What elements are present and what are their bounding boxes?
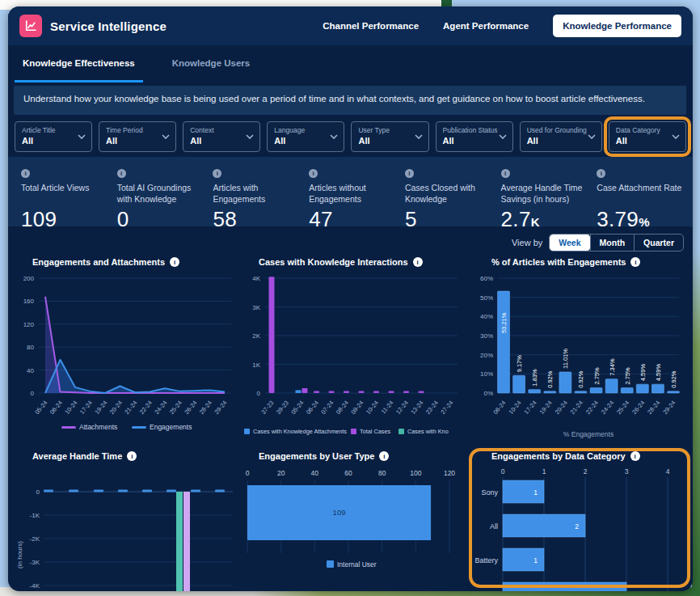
svg-text:25-24: 25-24 <box>615 399 630 416</box>
view-by-quarter[interactable]: Quarter <box>634 235 683 251</box>
svg-text:10-24: 10-24 <box>507 399 522 416</box>
svg-text:-1K: -1K <box>30 512 40 519</box>
subtab-bar: Knowledge EffectivenessKnowledge Users <box>8 45 693 82</box>
svg-text:% Engagements: % Engagements <box>563 430 614 438</box>
svg-text:80: 80 <box>27 344 34 351</box>
info-icon[interactable]: i <box>597 169 605 178</box>
info-icon[interactable]: i <box>379 451 389 461</box>
svg-text:Internal User: Internal User <box>337 560 377 569</box>
svg-text:0.92%: 0.92% <box>546 370 554 388</box>
chevron-down-icon <box>499 134 507 139</box>
svg-text:Attachments: Attachments <box>79 423 117 431</box>
chart-title: Engagements and Attachments <box>32 257 165 267</box>
info-icon[interactable]: i <box>127 451 137 461</box>
svg-text:1: 1 <box>542 467 546 476</box>
kpi-row: iTotal Article Views109iTotal AI Groundi… <box>8 157 693 226</box>
svg-text:-2K: -2K <box>30 535 40 543</box>
info-icon[interactable]: i <box>630 451 640 461</box>
svg-text:22-24: 22-24 <box>584 399 600 416</box>
chevron-down-icon <box>246 134 254 139</box>
svg-text:3: 3 <box>625 467 629 476</box>
svg-text:2K: 2K <box>252 332 260 340</box>
svg-text:Battery: Battery <box>474 556 498 564</box>
view-by-month[interactable]: Month <box>590 235 635 251</box>
kpi-articles-with-engagements: iArticles with Engagements58 <box>213 164 309 226</box>
svg-text:0: 0 <box>501 467 505 476</box>
svg-text:29-24: 29-24 <box>213 399 228 416</box>
chevron-down-icon <box>162 134 170 139</box>
svg-text:20%: 20% <box>480 352 493 359</box>
filter-time-period[interactable]: Time PeriodAll <box>99 121 176 152</box>
info-icon[interactable]: i <box>630 257 640 267</box>
svg-text:4K: 4K <box>252 275 260 282</box>
chart-plot: 01234Sony1All2Battery1 <box>474 464 685 591</box>
svg-text:19-24: 19-24 <box>538 399 554 416</box>
kpi-cases-closed-with-knowledge: iCases Closed with Knowledge5 <box>405 164 501 226</box>
info-icon[interactable]: i <box>117 169 126 178</box>
view-by-control: View by WeekMonthQuarter <box>512 234 684 252</box>
nav-agent-performance[interactable]: Agent Performance <box>443 21 529 31</box>
chart-title: Cases with Knowledge Interactions <box>259 257 408 267</box>
svg-text:2.75%: 2.75% <box>624 367 631 385</box>
svg-text:3K: 3K <box>252 304 260 311</box>
svg-text:4: 4 <box>666 467 670 476</box>
header-nav: Channel PerformanceAgent PerformanceKnow… <box>323 15 681 37</box>
filter-context[interactable]: ContextAll <box>183 121 260 152</box>
engagements-by-user-type-chart: Engagements by User Typei 02040608010012… <box>241 450 466 591</box>
svg-text:25-24: 25-24 <box>168 399 183 416</box>
svg-text:20-24: 20-24 <box>108 399 124 416</box>
svg-text:17-24: 17-24 <box>78 399 94 416</box>
info-icon[interactable]: i <box>170 257 179 267</box>
svg-text:60%: 60% <box>480 275 493 282</box>
svg-text:40: 40 <box>311 469 319 477</box>
chevron-down-icon <box>672 134 680 139</box>
filter-user-type[interactable]: User TypeAll <box>351 121 428 152</box>
svg-text:100: 100 <box>410 469 421 477</box>
filter-publication-status[interactable]: Publication StatusAll <box>436 121 513 152</box>
info-icon[interactable]: i <box>501 169 510 178</box>
app-header: Service Intelligence Channel Performance… <box>8 6 693 45</box>
svg-text:28-24: 28-24 <box>198 399 213 416</box>
svg-text:07-24: 07-24 <box>319 399 335 416</box>
filter-article-title[interactable]: Article TitleAll <box>15 121 92 152</box>
svg-text:4.59%: 4.59% <box>655 364 662 382</box>
info-icon[interactable]: i <box>21 169 30 178</box>
svg-text:0%: 0% <box>483 390 493 397</box>
svg-text:1.83%: 1.83% <box>531 369 538 387</box>
filter-data-category[interactable]: Data CategoryAll <box>609 121 686 152</box>
svg-text:Engagements: Engagements <box>150 423 192 431</box>
svg-text:7.34%: 7.34% <box>609 358 616 376</box>
tab-knowledge-users[interactable]: Knowledge Users <box>164 45 259 82</box>
svg-text:20: 20 <box>277 469 285 477</box>
svg-text:26-24: 26-24 <box>630 399 646 416</box>
filter-language[interactable]: LanguageAll <box>267 121 344 152</box>
info-icon[interactable]: i <box>309 169 318 178</box>
svg-text:1: 1 <box>533 488 538 497</box>
chart-plot: 01K2K3K4K37-2339-2305-2406-2407-2408-240… <box>241 270 466 443</box>
info-icon[interactable]: i <box>213 169 221 178</box>
info-icon[interactable]: i <box>413 257 423 267</box>
nav-channel-performance[interactable]: Channel Performance <box>323 21 419 31</box>
svg-text:0: 0 <box>246 469 250 477</box>
engagements-by-data-category-chart: Engagements by Data Categoryi 01234Sony1… <box>474 450 685 591</box>
svg-text:4.59%: 4.59% <box>639 364 647 382</box>
tab-knowledge-effectiveness[interactable]: Knowledge Effectiveness <box>15 45 143 82</box>
nav-knowledge-performance[interactable]: Knowledge Performance <box>553 15 681 37</box>
info-icon[interactable]: i <box>405 169 414 178</box>
svg-text:09-24: 09-24 <box>349 399 365 416</box>
svg-text:-4K: -4K <box>30 582 40 590</box>
svg-text:05-24: 05-24 <box>33 399 48 416</box>
svg-text:All: All <box>490 522 498 530</box>
svg-text:20-24: 20-24 <box>554 399 569 416</box>
svg-text:2: 2 <box>575 522 579 530</box>
chart-title: Average Handle Time <box>32 451 122 461</box>
svg-text:06-24: 06-24 <box>305 399 320 416</box>
desktop-background-right <box>692 0 700 596</box>
chart-title: % of Articles with Engagements <box>491 257 626 267</box>
chart-title: Engagements by User Type <box>259 451 374 461</box>
svg-text:10%: 10% <box>480 370 493 378</box>
chevron-down-icon <box>330 134 338 139</box>
view-by-week[interactable]: Week <box>550 235 589 251</box>
svg-text:12-24: 12-24 <box>394 399 410 416</box>
filter-used-for-grounding[interactable]: Used for GroundingAll <box>520 121 602 152</box>
